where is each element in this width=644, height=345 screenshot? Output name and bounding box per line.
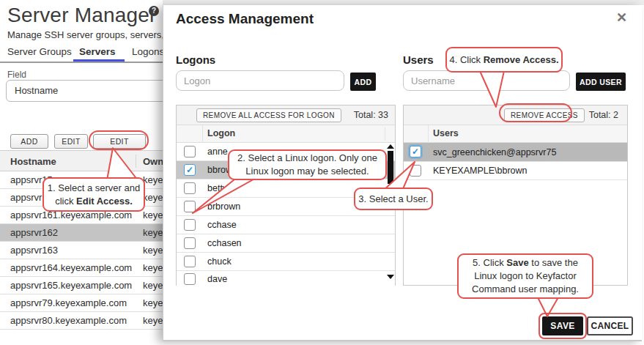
user-name: svc_greenchicken@appsrvr75 [433, 147, 556, 157]
column-hostname: Hostname [10, 156, 56, 167]
tabs-divider [0, 62, 190, 63]
add-button[interactable]: ADD [10, 134, 48, 149]
scroll-down-icon[interactable] [387, 275, 394, 279]
logon-name: bbrown [207, 165, 237, 175]
cell-owner: keye [143, 297, 163, 308]
table-row[interactable]: appsrvr15 keye [0, 171, 190, 189]
checkbox[interactable] [184, 237, 196, 249]
table-row[interactable]: appsrvr161.keyexample.com keye [0, 207, 190, 224]
table-row[interactable]: appsrvr80.keyexample.com keye [0, 312, 190, 330]
logon-name: cchase [207, 220, 237, 230]
cell-hostname: appsrvr163 [10, 245, 58, 256]
help-icon[interactable]: ? [149, 6, 159, 16]
logon-name: cchasen [207, 238, 242, 248]
tab-servers[interactable]: Servers [79, 46, 116, 57]
logons-table-header: Logon [177, 125, 395, 143]
checkbox[interactable] [184, 146, 196, 157]
logons-toolbar: REMOVE ALL ACCESS FOR LOGON Total: 33 [177, 105, 395, 125]
logon-row[interactable]: cchase [177, 216, 395, 234]
cell-owner: keye [143, 245, 163, 256]
users-table: REMOVE ACCESS Total: 2 Users ✓ svc_green… [403, 105, 628, 286]
cell-hostname: appsrvr164.keyexample.com [10, 262, 132, 273]
edit-access-button[interactable]: EDIT ACCESS [93, 134, 146, 149]
users-table-header: Users [404, 125, 627, 143]
logon-name: betty [207, 183, 227, 193]
users-total: Total: 2 [589, 110, 618, 120]
logon-row[interactable]: anne [177, 143, 395, 161]
cell-hostname: appsrvr162 [10, 227, 58, 238]
logon-name: anne [207, 146, 228, 157]
cell-hostname: appsrvr79.keyexample.com [10, 297, 127, 308]
scrollbar-thumb[interactable] [388, 151, 393, 184]
save-button[interactable]: SAVE [542, 316, 583, 335]
cell-hostname: appsrvr15 [10, 174, 53, 185]
screen: Server Manager ? Manage SSH server group… [0, 0, 644, 345]
cell-owner: keye [143, 262, 163, 273]
checkbox-checked[interactable]: ✓ [410, 146, 421, 157]
column-logon: Logon [207, 128, 235, 138]
checkbox[interactable] [184, 256, 196, 267]
page-header-strip [163, 0, 644, 5]
checkbox[interactable] [184, 219, 196, 231]
logon-row[interactable]: cchasen [177, 234, 395, 253]
remove-all-access-button[interactable]: REMOVE ALL ACCESS FOR LOGON [196, 108, 341, 122]
logon-name: dave [207, 274, 227, 284]
close-icon[interactable]: ✕ [616, 10, 627, 26]
cell-owner: keye [143, 174, 163, 185]
checkbox[interactable] [184, 182, 196, 194]
table-row[interactable]: appsrvr16 keye [0, 189, 190, 207]
cell-hostname: appsrvr161.keyexample.com [10, 209, 132, 220]
cell-owner: keye [143, 280, 163, 291]
checkbox[interactable] [184, 273, 196, 285]
username-input[interactable] [403, 70, 570, 91]
checkbox[interactable] [410, 165, 421, 177]
page-title: Server Manager [7, 4, 157, 27]
field-label: Field [7, 70, 26, 80]
logon-row[interactable]: chuck [177, 253, 395, 271]
users-heading: Users [403, 53, 434, 66]
cell-owner: keye [143, 209, 163, 220]
logons-heading: Logons [176, 53, 215, 66]
logon-row[interactable]: betty [177, 179, 395, 198]
logon-row[interactable]: brbrown [177, 198, 395, 216]
table-row[interactable]: appsrvr79.keyexample.com keye [0, 294, 190, 312]
logon-input[interactable] [176, 70, 344, 91]
user-row-selected[interactable]: ✓ svc_greenchicken@appsrvr75 [404, 143, 627, 162]
column-divider [385, 127, 385, 141]
cell-owner: keye [143, 192, 163, 203]
edit-button[interactable]: EDIT [54, 134, 88, 149]
users-toolbar: REMOVE ACCESS Total: 2 [404, 105, 627, 125]
user-row[interactable]: KEYEXAMPLE\bbrown [404, 162, 627, 180]
server-table-header: Hostname Owner [0, 150, 190, 171]
logons-table: REMOVE ALL ACCESS FOR LOGON Total: 33 Lo… [176, 105, 396, 286]
column-divider [136, 155, 136, 168]
scroll-up-icon[interactable] [387, 144, 394, 149]
table-row[interactable]: appsrvr165.keyexample.com keye [0, 277, 190, 294]
add-logon-button[interactable]: ADD [350, 73, 376, 91]
tab-logons[interactable]: Logons [132, 46, 164, 57]
table-row-selected[interactable]: appsrvr162 keye [0, 224, 190, 242]
logons-total: Total: 33 [354, 110, 388, 120]
tab-server-groups[interactable]: Server Groups [7, 46, 72, 57]
cell-owner: keye [143, 227, 163, 238]
dialog-title: Access Management [176, 11, 314, 27]
field-select[interactable]: Hostname [6, 80, 182, 102]
table-row[interactable]: appsrvr164.keyexample.com keye [0, 259, 190, 277]
cell-owner: keye [143, 315, 163, 326]
cell-hostname: appsrvr80.keyexample.com [10, 315, 127, 326]
cell-hostname: appsrvr165.keyexample.com [10, 280, 132, 291]
table-row[interactable]: appsrvr163 keye [0, 242, 190, 259]
add-user-button[interactable]: ADD USER [576, 73, 626, 91]
column-users: Users [433, 128, 459, 138]
checkbox[interactable] [184, 201, 196, 212]
checkbox-checked[interactable]: ✓ [184, 164, 196, 176]
cell-hostname: appsrvr16 [10, 192, 53, 203]
remove-access-button[interactable]: REMOVE ACCESS [504, 108, 585, 122]
logon-name: brbrown [207, 201, 240, 212]
page-subtitle: Manage SSH server groups, servers, a [7, 29, 172, 40]
logon-row-selected[interactable]: ✓ bbrown [177, 161, 395, 179]
logon-name: chuck [207, 256, 232, 267]
logon-row[interactable]: dave [177, 271, 395, 286]
cancel-button[interactable]: CANCEL [587, 316, 633, 335]
user-name: KEYEXAMPLE\bbrown [433, 166, 528, 176]
